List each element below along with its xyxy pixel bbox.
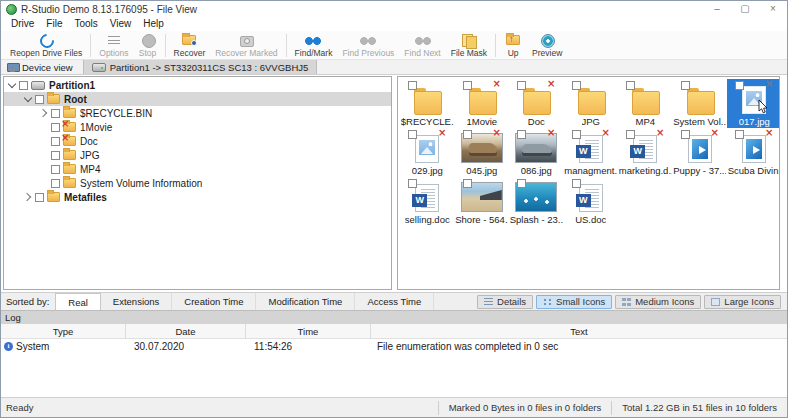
file-checkbox[interactable] xyxy=(517,81,526,90)
sort-tab-extensions[interactable]: Extensions xyxy=(101,293,172,310)
options-button[interactable]: Options xyxy=(94,32,133,59)
file-item[interactable]: × Scuba Divin... xyxy=(727,128,780,177)
tree-item-metafiles[interactable]: Metafiles xyxy=(4,190,391,204)
tree-checkbox[interactable] xyxy=(51,151,60,160)
tree-item-mp4[interactable]: MP4 xyxy=(4,162,391,176)
up-button[interactable]: ↑ Up xyxy=(499,32,527,59)
minimize-button[interactable]: – xyxy=(703,1,731,17)
log-column-time[interactable]: Time xyxy=(246,324,371,338)
file-item[interactable]: × Doc xyxy=(509,79,564,128)
file-checkbox[interactable] xyxy=(735,81,744,90)
toolbar-button-label: Recover Marked xyxy=(215,48,277,58)
close-button[interactable]: × xyxy=(759,1,787,17)
find-previous-button[interactable]: Find Previous xyxy=(337,32,399,59)
file-item[interactable]: MP4 xyxy=(618,79,673,128)
file-checkbox[interactable] xyxy=(408,81,417,90)
file-checkbox[interactable] xyxy=(626,81,635,90)
file-item[interactable]: × 029.jpg xyxy=(400,128,455,177)
tree-checkbox[interactable] xyxy=(19,81,28,90)
file-checkbox[interactable] xyxy=(735,130,744,139)
file-item[interactable]: × W managment... xyxy=(564,128,619,177)
folder-icon xyxy=(412,88,442,114)
tree-item-partition1[interactable]: Partition1 xyxy=(4,78,391,92)
file-checkbox[interactable] xyxy=(681,81,690,90)
reopen-drive-files-button[interactable]: Reopen Drive Files xyxy=(5,32,87,59)
file-item[interactable]: × 1Movie xyxy=(455,79,510,128)
tree-checkbox[interactable] xyxy=(51,137,60,146)
file-checkbox[interactable] xyxy=(681,130,690,139)
menu-file[interactable]: File xyxy=(40,17,68,31)
tree-item-root[interactable]: Root xyxy=(4,92,391,106)
sort-tab-modification-time[interactable]: Modification Time xyxy=(256,293,355,310)
folder-icon xyxy=(63,164,76,174)
file-checkbox[interactable] xyxy=(408,179,417,188)
file-item[interactable]: System Vol... xyxy=(673,79,728,128)
tab-bar: Device view Partition1 -> ST3320311CS SC… xyxy=(1,60,787,75)
menu-view[interactable]: View xyxy=(104,17,138,31)
file-mask-button[interactable]: File Mask xyxy=(446,32,492,59)
tree-item-doc[interactable]: × Doc xyxy=(4,134,391,148)
file-item[interactable]: × W marketing.d... xyxy=(618,128,673,177)
stop-button[interactable]: Stop xyxy=(134,32,162,59)
log-column-type[interactable]: Type xyxy=(1,324,126,338)
partition-tab[interactable]: Partition1 -> ST3320311CS SC13 : 6VVGBHJ… xyxy=(83,60,318,74)
log-row[interactable]: i System 30.07.2020 11:54:26 File enumer… xyxy=(1,339,787,353)
menu-help[interactable]: Help xyxy=(137,17,170,31)
file-item[interactable]: × Puppy - 37... xyxy=(673,128,728,177)
sort-tab-creation-time[interactable]: Creation Time xyxy=(172,293,256,310)
device-view-tab[interactable]: Device view xyxy=(1,60,83,74)
file-item[interactable]: W selling.doc xyxy=(400,177,455,226)
maximize-button[interactable]: ▢ xyxy=(731,1,759,17)
tree-checkbox[interactable] xyxy=(51,109,60,118)
sort-tab-real[interactable]: Real xyxy=(55,293,101,310)
file-item[interactable]: Shore - 564... xyxy=(455,177,510,226)
expander-open-icon[interactable] xyxy=(7,80,17,90)
file-item[interactable]: JPG xyxy=(564,79,619,128)
folder-icon xyxy=(47,192,60,202)
tree-item-label: Metafiles xyxy=(64,192,107,203)
medium-icons-view-button[interactable]: Medium Icons xyxy=(615,295,701,309)
file-checkbox[interactable] xyxy=(463,81,472,90)
large-icons-view-button[interactable]: Large Icons xyxy=(704,295,781,309)
small-icons-view-button[interactable]: Small Icons xyxy=(536,295,612,309)
log-column-text[interactable]: Text xyxy=(371,324,787,338)
find-mark-button[interactable]: Find/Mark xyxy=(290,32,338,59)
file-item[interactable]: × 045.jpg xyxy=(455,128,510,177)
file-checkbox[interactable] xyxy=(572,81,581,90)
find-next-button[interactable]: Find Next xyxy=(399,32,445,59)
file-item-selected[interactable]: × 017.jpg xyxy=(727,79,780,128)
expander-closed-icon[interactable] xyxy=(23,192,33,202)
file-checkbox[interactable] xyxy=(572,179,581,188)
recover-marked-button[interactable]: Recover Marked xyxy=(210,32,282,59)
file-item[interactable]: Splash - 23... xyxy=(509,177,564,226)
details-view-button[interactable]: Details xyxy=(477,295,533,309)
file-grid: $RECYCLE... × 1Movie × Doc JPG xyxy=(398,77,779,226)
deleted-x-icon: × xyxy=(547,128,555,138)
sort-tab-access-time[interactable]: Access Time xyxy=(355,293,434,310)
file-checkbox[interactable] xyxy=(517,130,526,139)
title-bar: R-Studio Demo 8.13.176095 - File View – … xyxy=(1,1,787,17)
file-checkbox[interactable] xyxy=(517,179,526,188)
log-column-date[interactable]: Date xyxy=(126,324,246,338)
expander-closed-icon[interactable] xyxy=(39,108,49,118)
preview-button[interactable]: Preview xyxy=(527,32,567,59)
file-item[interactable]: $RECYCLE... xyxy=(400,79,455,128)
file-checkbox[interactable] xyxy=(626,130,635,139)
expander-open-icon[interactable] xyxy=(23,94,33,104)
file-checkbox[interactable] xyxy=(463,179,472,188)
tree-checkbox[interactable] xyxy=(51,179,60,188)
menu-tools[interactable]: Tools xyxy=(68,17,103,31)
file-item[interactable]: × 086.jpg xyxy=(509,128,564,177)
file-checkbox[interactable] xyxy=(572,130,581,139)
menu-drive[interactable]: Drive xyxy=(5,17,40,31)
file-checkbox[interactable] xyxy=(463,130,472,139)
tree-item-jpg[interactable]: JPG xyxy=(4,148,391,162)
tree-item-system-volume-information[interactable]: System Volume Information xyxy=(4,176,391,190)
tree-checkbox[interactable] xyxy=(35,95,44,104)
tree-checkbox[interactable] xyxy=(51,123,60,132)
file-checkbox[interactable] xyxy=(408,130,417,139)
recover-button[interactable]: Recover xyxy=(169,32,211,59)
file-item[interactable]: W US.doc xyxy=(564,177,619,226)
tree-checkbox[interactable] xyxy=(35,193,44,202)
tree-checkbox[interactable] xyxy=(51,165,60,174)
